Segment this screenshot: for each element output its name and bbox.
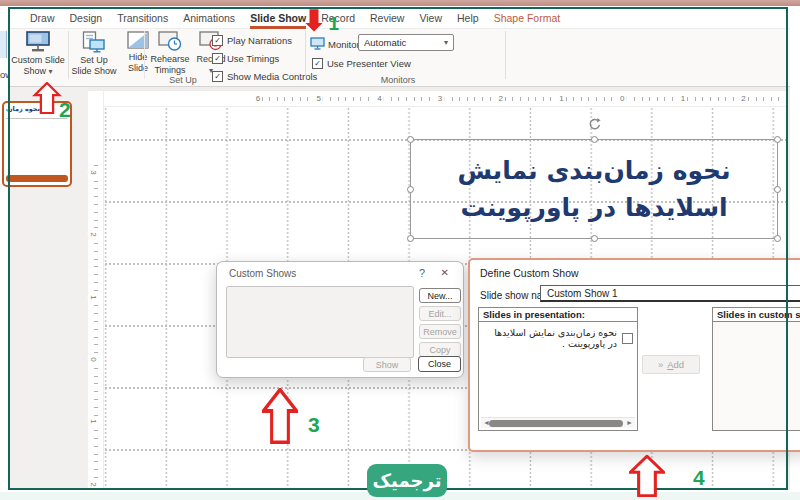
selection-handle-top-left[interactable] (407, 136, 414, 143)
watermark-badge: ترجمیک (367, 464, 447, 497)
slides-in-presentation-list[interactable]: نحوه زمان‌بندی نمایش اسلایدها در پاورپوی… (478, 321, 638, 431)
checkbox-checked-icon: ✓ (212, 53, 223, 64)
annotation-arrow-4-up-icon (629, 455, 665, 497)
ribbon-separator (144, 31, 145, 79)
use-timings-checkbox[interactable]: ✓ Use Timings (212, 52, 279, 64)
presentation-slide-item[interactable]: نحوه زمان‌بندی نمایش اسلایدها در پاورپوی… (483, 327, 633, 349)
custom-slide-show-button[interactable]: Custom Slide Show ▾ (10, 31, 66, 83)
selection-handle-bottom-center[interactable] (591, 235, 598, 242)
vertical-ruler: 321012 (88, 91, 103, 490)
h-ruler-number: 4 (375, 94, 383, 103)
v-ruler-number: 2 (88, 482, 99, 486)
annotation-arrow-1-down-icon (303, 7, 325, 34)
checkbox-checked-icon: ✓ (312, 58, 323, 69)
selection-handle-middle-left[interactable] (407, 186, 414, 193)
checkbox-checked-icon: ✓ (212, 35, 223, 46)
slide-title-text: نحوه زمان‌بندی نمایش اسلایدها در پاورپوی… (411, 140, 777, 238)
copy-button: Copy (419, 342, 461, 357)
menu-item-design[interactable]: Design (70, 12, 103, 24)
selection-handle-middle-right[interactable] (774, 186, 781, 193)
horizontal-ruler: 654321012 (104, 91, 788, 106)
h-ruler-number: 3 (436, 94, 444, 103)
selection-handle-bottom-right[interactable] (774, 235, 781, 242)
annotation-number-4: 4 (693, 466, 705, 490)
double-arrow-right-icon: » (658, 359, 663, 370)
custom-slide-show-label: Custom Slide Show ▾ (11, 55, 65, 77)
slide-title-line1: نحوه زمان‌بندی نمایش (411, 152, 777, 190)
ribbon: Custom Slide Show ▾ Set UpSlide Show (8, 29, 790, 87)
slide-thumbnail-accent-bar (6, 175, 68, 182)
setup-group-label: Set Up (128, 75, 238, 85)
monitors-group-label: Monitors (338, 75, 458, 85)
chevron-down-icon: ▾ (49, 67, 53, 76)
annotation-number-1: 1 (329, 13, 340, 35)
use-presenter-view-checkbox[interactable]: ✓ Use Presenter View (312, 57, 411, 69)
use-presenter-view-label: Use Presenter View (327, 58, 411, 69)
help-icon[interactable]: ? (419, 267, 425, 279)
set-up-slide-show-label: Set UpSlide Show (71, 55, 116, 77)
custom-slide-show-icon (25, 31, 51, 53)
v-ruler-number: 2 (88, 233, 99, 237)
rehearse-timings-icon (158, 31, 182, 52)
h-ruler-number: 6 (254, 94, 262, 103)
title-text-box[interactable]: نحوه زمان‌بندی نمایش اسلایدها در پاورپوی… (410, 139, 778, 239)
slide-item-checkbox[interactable] (622, 333, 633, 344)
menu-item-review[interactable]: Review (370, 12, 404, 24)
new-button[interactable]: New... (419, 288, 461, 303)
cutoff-ribbon-button-sliver (0, 31, 7, 58)
menu-item-animations[interactable]: Animations (183, 12, 235, 24)
menu-item-view[interactable]: View (419, 12, 442, 24)
menu-bar: Draw Design Transitions Animations Slide… (8, 7, 790, 29)
horizontal-scrollbar[interactable]: ◄ ► (481, 417, 635, 428)
rehearse-timings-label: RehearseTimings (150, 54, 189, 76)
menu-item-slide-show[interactable]: Slide Show 1 (250, 12, 306, 24)
menu-item-draw[interactable]: Draw (30, 12, 55, 24)
slide-show-name-input[interactable] (540, 285, 800, 302)
annotation-arrow-2-up-icon (32, 82, 62, 114)
v-ruler-number: 0 (88, 357, 99, 361)
ribbon-separator (505, 31, 506, 79)
slides-in-custom-show-list[interactable] (712, 321, 800, 431)
custom-shows-list[interactable] (226, 286, 414, 358)
v-ruler-number: 1 (88, 295, 99, 299)
h-ruler-number: 1 (679, 94, 687, 103)
slides-in-custom-show-header: Slides in custom show: (712, 307, 800, 322)
v-ruler-number: 3 (88, 170, 99, 174)
scrollbar-thumb[interactable] (489, 420, 623, 427)
chevron-down-icon: ▾ (444, 38, 448, 47)
monitor-dropdown[interactable]: Automatic ▾ (358, 34, 454, 51)
ribbon-separator (305, 31, 306, 79)
h-ruler-number: 1 (557, 94, 565, 103)
h-ruler-number: 0 (618, 94, 626, 103)
rotation-handle-icon[interactable] (588, 118, 601, 131)
slide-title-line2: اسلایدها در پاورپوینت (411, 189, 777, 227)
ribbon-separator (68, 31, 69, 79)
close-icon[interactable]: ✕ (441, 267, 449, 278)
set-up-slide-show-button[interactable]: Set UpSlide Show (70, 31, 118, 83)
play-narrations-checkbox[interactable]: ✓ Play Narrations (212, 34, 292, 46)
selection-handle-top-right[interactable] (774, 136, 781, 143)
menu-item-help[interactable]: Help (457, 12, 479, 24)
add-button: » Add (642, 355, 700, 374)
define-custom-show-dialog: Define Custom Show Slide show name: Slid… (468, 258, 800, 452)
use-timings-label: Use Timings (227, 53, 279, 64)
scroll-right-icon[interactable]: ► (626, 419, 633, 426)
horizontal-ruler-ticks (254, 97, 784, 101)
monitor-dropdown-value: Automatic (364, 37, 406, 48)
top-pink-strip (0, 0, 800, 6)
menu-item-transitions[interactable]: Transitions (117, 12, 168, 24)
custom-shows-dialog-title: Custom Shows (229, 268, 296, 279)
vertical-ruler-ticks (94, 165, 98, 484)
annotation-number-3: 3 (308, 413, 320, 437)
define-dialog-title: Define Custom Show (480, 267, 579, 279)
show-media-controls-label: Show Media Controls (227, 71, 317, 82)
menu-item-slide-show-label: Slide Show (250, 12, 306, 24)
selection-handle-top-center[interactable] (591, 136, 598, 143)
close-button[interactable]: Close (418, 356, 461, 372)
add-button-label: Add (667, 359, 684, 370)
menu-item-shape-format[interactable]: Shape Format (494, 12, 561, 24)
slide-item-text: نحوه زمان‌بندی نمایش اسلایدها در پاورپوی… (483, 327, 617, 349)
set-up-slide-show-icon (82, 31, 106, 53)
selection-handle-bottom-left[interactable] (407, 235, 414, 242)
app-screenshot: ow Draw Design Transitions Animations Sl… (0, 0, 800, 500)
